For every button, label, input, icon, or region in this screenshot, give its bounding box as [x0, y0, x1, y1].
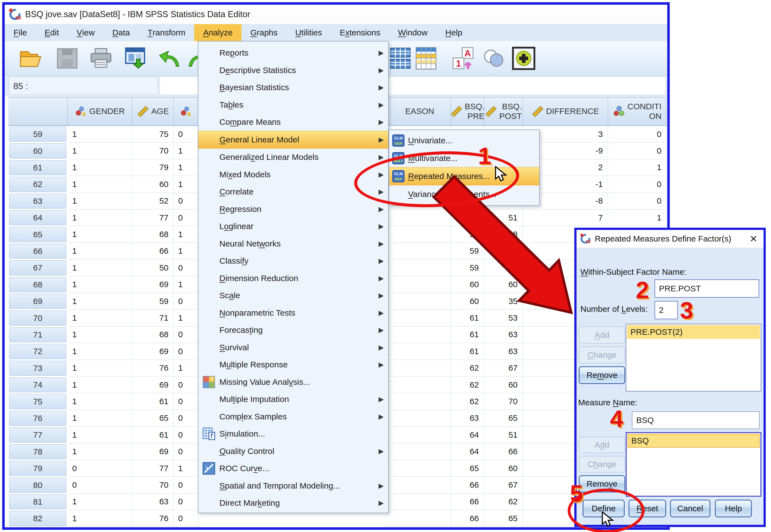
table-cell[interactable]: 63 [451, 410, 484, 427]
table-cell[interactable]: 61 [451, 326, 484, 343]
measure-list[interactable]: BSQ [626, 432, 761, 497]
menu-item-multiple-response[interactable]: Multiple Response▶ [198, 356, 388, 373]
column-header-age[interactable]: AGE [132, 97, 174, 126]
table-cell[interactable]: 65 [451, 460, 484, 477]
table-cell[interactable]: 1 [68, 176, 132, 193]
table-cell[interactable]: 1 [68, 226, 132, 243]
remove-button[interactable]: Remove [579, 366, 625, 384]
table-cell[interactable]: 0 [174, 326, 199, 343]
row-header[interactable]: 82 [9, 511, 66, 526]
menu-item-missing-value-analysis[interactable]: ?Missing Value Analysis... [198, 373, 388, 391]
table-cell[interactable]: 62 [451, 393, 484, 410]
menu-item-complex-samples[interactable]: Complex Samples▶ [198, 408, 388, 425]
table-cell[interactable]: 1 [608, 209, 667, 226]
table-cell[interactable]: 50 [132, 259, 174, 276]
table-cell[interactable]: 1 [68, 259, 132, 276]
cancel-button[interactable]: Cancel [670, 500, 710, 517]
row-header[interactable]: 66 [9, 244, 66, 259]
measure-name-input[interactable]: BSQ [632, 411, 760, 429]
custom-plus-icon[interactable] [510, 45, 537, 72]
row-header[interactable]: 67 [9, 260, 66, 275]
undo-icon[interactable] [156, 45, 183, 72]
row-header[interactable]: 72 [9, 344, 66, 359]
menu-item-general-linear-model[interactable]: General Linear Model▶ [198, 131, 388, 149]
table-cell[interactable]: 1 [174, 310, 199, 326]
table-cell[interactable]: 1 [68, 126, 132, 142]
row-header[interactable]: 60 [9, 143, 66, 158]
table-cell[interactable]: 61 [132, 427, 174, 443]
recall-dialogs-icon[interactable] [122, 45, 149, 72]
table-cell[interactable]: 65 [484, 410, 523, 427]
change-button[interactable]: Change [579, 456, 625, 473]
menu-graphs[interactable]: Graphs [242, 24, 286, 41]
table-cell[interactable]: 69 [132, 377, 174, 393]
table-cell[interactable]: 1 [68, 209, 132, 226]
help-button[interactable]: Help [715, 500, 752, 517]
table-cell[interactable]: 0 [174, 494, 199, 510]
table-cell[interactable]: 0 [608, 126, 667, 142]
table-cell[interactable]: 59 [451, 226, 484, 243]
table-cell[interactable]: 66 [484, 259, 523, 276]
menu-item-forecasting[interactable]: Forecasting▶ [198, 321, 388, 339]
table-cell[interactable]: 64 [451, 427, 484, 443]
table-cell[interactable]: 63 [484, 343, 523, 360]
table-cell[interactable]: 0 [174, 209, 199, 226]
table-cell[interactable]: 76 [132, 510, 174, 527]
table-cell[interactable]: 1 [68, 326, 132, 343]
table-cell[interactable]: 1 [68, 443, 132, 460]
table-cell[interactable] [389, 310, 451, 326]
table-cell[interactable]: 69 [132, 443, 174, 460]
split-file-icon[interactable] [387, 45, 414, 72]
levels-input[interactable]: 2 [655, 301, 678, 319]
column-header-reason[interactable]: EASON [389, 97, 451, 126]
menu-item-tables[interactable]: Tables▶ [198, 96, 388, 114]
close-icon[interactable]: ✕ [750, 233, 758, 244]
table-cell[interactable] [389, 259, 451, 276]
table-cell[interactable]: 0 [174, 293, 199, 310]
table-cell[interactable]: 1 [68, 310, 132, 326]
row-header[interactable]: 79 [9, 461, 66, 476]
table-cell[interactable]: 71 [132, 310, 174, 326]
table-cell[interactable]: 1 [174, 460, 199, 477]
menu-extensions[interactable]: Extensions [331, 24, 389, 41]
table-cell[interactable]: 0 [68, 460, 132, 477]
table-cell[interactable] [389, 393, 451, 410]
menu-item-neural-networks[interactable]: Neural Networks▶ [198, 235, 388, 253]
table-cell[interactable] [389, 410, 451, 427]
table-cell[interactable]: 1 [68, 494, 132, 510]
table-cell[interactable]: 1 [68, 142, 132, 159]
table-cell[interactable]: 61 [451, 310, 484, 326]
menu-item-regression[interactable]: Regression▶ [198, 201, 388, 218]
table-cell[interactable]: 70 [132, 477, 174, 493]
table-cell[interactable]: 7 [523, 209, 608, 226]
table-cell[interactable]: 66 [451, 510, 484, 527]
table-cell[interactable]: 0 [608, 176, 667, 193]
table-cell[interactable]: 0 [174, 477, 199, 493]
table-cell[interactable]: 69 [132, 276, 174, 293]
table-cell[interactable] [389, 427, 451, 443]
table-cell[interactable] [389, 377, 451, 393]
menu-item-compare-means[interactable]: Compare Means▶ [198, 113, 388, 131]
column-header-col3[interactable]: a [174, 97, 199, 126]
menu-item-quality-control[interactable]: Quality Control▶ [198, 443, 388, 460]
table-cell[interactable] [389, 494, 451, 510]
row-header[interactable]: 59 [9, 127, 66, 142]
table-cell[interactable]: 1 [68, 360, 132, 377]
table-cell[interactable]: 0 [174, 427, 199, 443]
menu-view[interactable]: View [68, 24, 103, 41]
table-cell[interactable]: 1 [174, 243, 199, 259]
table-cell[interactable]: 1 [174, 276, 199, 293]
table-cell[interactable]: 35 [484, 293, 523, 310]
row-header[interactable]: 70 [9, 310, 66, 325]
submenu-item-univariate[interactable]: GLMGENUnivariate... [389, 132, 539, 149]
menu-item-nonparametric-tests[interactable]: Nonparametric Tests▶ [198, 304, 388, 322]
menu-item-loglinear[interactable]: Loglinear▶ [198, 218, 388, 235]
menu-transform[interactable]: Transform [139, 24, 194, 41]
table-cell[interactable]: 59 [451, 243, 484, 259]
table-cell[interactable]: 1 [68, 393, 132, 410]
row-header[interactable]: 68 [9, 277, 66, 292]
table-cell[interactable] [389, 226, 451, 243]
menu-data[interactable]: Data [103, 24, 139, 41]
table-cell[interactable]: 0 [174, 377, 199, 393]
row-header[interactable]: 64 [9, 210, 66, 225]
